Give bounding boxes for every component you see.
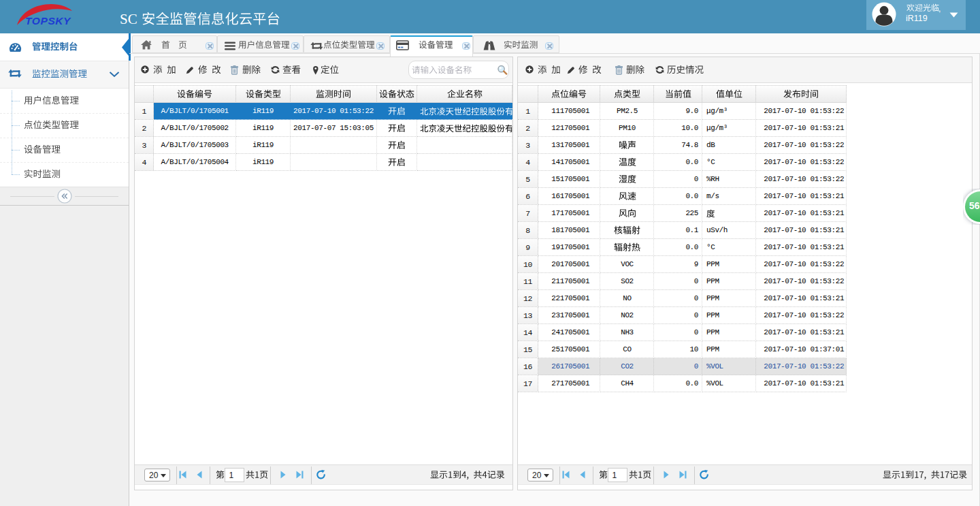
svg-text:TOPSKY: TOPSKY [25,15,71,27]
